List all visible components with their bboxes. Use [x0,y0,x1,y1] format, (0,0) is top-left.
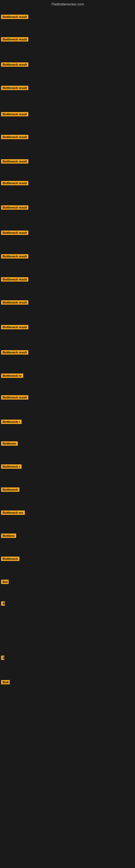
bottleneck-badge[interactable]: B [1,601,5,606]
bottleneck-badge[interactable]: Bottleneck [1,488,19,492]
list-item: Bottleneck result [1,325,28,330]
list-item: Bottleneck result [1,135,28,140]
bottleneck-badge[interactable]: Bottleneck [1,557,19,561]
bottleneck-badge[interactable]: Bottleneck result [1,254,28,258]
list-item: Bottlenec [1,441,18,447]
header: TheBottlenecker.com [0,0,135,7]
bottleneck-badge[interactable]: Bottleneck result [1,14,28,19]
bottleneck-badge[interactable]: Bottleneck re [1,373,23,378]
bottleneck-badge[interactable]: Bott [1,680,10,684]
list-item: Bott [1,680,10,685]
list-item: Bottleneck [1,557,19,562]
list-item: Bot [1,580,9,585]
list-item: Bottleneck result [1,112,28,118]
bottleneck-badge[interactable]: Bottlens [1,533,16,538]
bottleneck-badge[interactable]: Bottleneck result [1,300,28,305]
bottleneck-badge[interactable]: Bottleneck result [1,205,28,210]
list-item: Bottleneck [1,488,19,493]
list-item: Bottleneck result [1,37,28,42]
bottleneck-badge[interactable]: Bottleneck r [1,420,21,424]
list-item: Bottleneck result [1,181,28,186]
list-item: Bottleneck result [1,14,28,20]
list-item: Bottleneck re [1,373,23,379]
bottleneck-badge[interactable]: Bottleneck result [1,37,28,41]
list-item: Bottleneck result [1,205,28,211]
list-item: Bottleneck result [1,350,28,355]
list-item: Bottlens [1,533,16,539]
list-item: E [1,656,4,661]
bottleneck-badge[interactable]: Bottleneck result [1,325,28,329]
bottleneck-badge[interactable]: Bottleneck result [1,62,28,67]
bottleneck-badge[interactable]: Bottlenec [1,441,18,446]
bottleneck-badge[interactable]: E [1,656,4,660]
list-item: B [1,601,5,607]
bottleneck-badge[interactable]: Bottleneck res [1,510,25,515]
bottleneck-badge[interactable]: Bottleneck result [1,277,28,282]
list-item: Bottleneck result [1,230,28,236]
bottleneck-badge[interactable]: Bot [1,580,9,584]
list-item: Bottleneck result [1,300,28,306]
list-item: Bottleneck res [1,510,25,516]
list-item: Bottleneck result [1,86,28,91]
list-item: Bottleneck r [1,464,21,470]
bottleneck-badge[interactable]: Bottleneck r [1,464,21,469]
items-container: Bottleneck resultBottleneck resultBottle… [0,7,135,867]
bottleneck-badge[interactable]: Bottleneck result [1,86,28,90]
bottleneck-badge[interactable]: Bottleneck result [1,135,28,139]
list-item: Bottleneck result [1,277,28,283]
bottleneck-badge[interactable]: Bottleneck result [1,112,28,116]
list-item: Bottleneck result [1,159,28,165]
bottleneck-badge[interactable]: Bottleneck result [1,181,28,185]
list-item: Bottleneck result [1,254,28,259]
list-item: Bottleneck result [1,62,28,68]
site-title: TheBottlenecker.com [51,2,84,6]
list-item: Bottleneck result [1,395,28,401]
bottleneck-badge[interactable]: Bottleneck result [1,159,28,163]
bottleneck-badge[interactable]: Bottleneck result [1,350,28,354]
bottleneck-badge[interactable]: Bottleneck result [1,230,28,235]
bottleneck-badge[interactable]: Bottleneck result [1,395,28,400]
list-item: Bottleneck r [1,420,21,425]
